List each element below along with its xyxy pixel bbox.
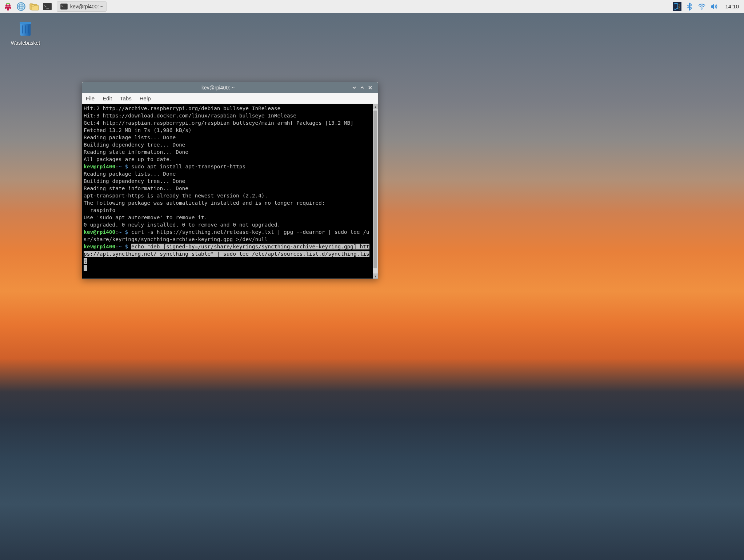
term-line: Building dependency tree... Done [84, 178, 185, 184]
volume-icon[interactable] [710, 2, 719, 11]
prompt-user: kev@rpi400 [84, 164, 115, 169]
term-line: Use 'sudo apt autoremove' to remove it. [84, 215, 207, 220]
menu-edit[interactable]: Edit [103, 95, 112, 101]
menu-file[interactable]: File [86, 95, 95, 101]
term-line: apt-transport-https is already the newes… [84, 193, 268, 199]
minimize-button[interactable] [350, 84, 358, 92]
prompt-path: ~ [119, 164, 122, 169]
scroll-up-icon[interactable]: ▴ [373, 104, 378, 109]
taskbar: >_ >_ kev@rpi400: ~ V N C [0, 0, 744, 13]
svg-text:C: C [679, 8, 680, 10]
close-button[interactable] [366, 84, 374, 92]
system-tray: V N C 14:10 [673, 2, 742, 11]
term-line: Reading package lists... Done [84, 171, 176, 177]
svg-point-0 [5, 4, 8, 7]
term-line: Hit:2 http://archive.raspberrypi.org/deb… [84, 105, 280, 111]
titlebar[interactable]: kev@rpi400: ~ [82, 82, 378, 93]
term-line: Reading package lists... Done [84, 135, 176, 140]
svg-text:>_: >_ [61, 4, 65, 8]
svg-rect-14 [31, 5, 34, 6]
menu-tabs[interactable]: Tabs [120, 95, 132, 101]
prompt-path: ~ [119, 244, 122, 249]
term-line: Get:4 http://raspbian.raspberrypi.org/ra… [84, 120, 353, 126]
term-command: sudo apt install apt-transport-https [128, 164, 245, 169]
taskbar-left: >_ >_ kev@rpi400: ~ [2, 1, 107, 12]
scroll-down-icon[interactable]: ▾ [373, 273, 378, 279]
clock[interactable]: 14:10 [722, 3, 742, 9]
wastebasket-label: Wastebasket [11, 40, 40, 46]
svg-point-4 [9, 7, 11, 9]
browser-icon[interactable] [15, 1, 27, 12]
prompt-user: kev@rpi400 [84, 244, 115, 249]
scroll-thumb[interactable] [373, 111, 377, 268]
maximize-button[interactable] [358, 84, 366, 92]
term-line: The following package was automatically … [84, 200, 325, 206]
term-line: Hit:3 https://download.docker.com/linux/… [84, 113, 296, 119]
taskbar-task-button[interactable]: >_ kev@rpi400: ~ [57, 1, 107, 12]
wastebasket-desktop-icon[interactable]: Wastebasket [7, 18, 44, 46]
svg-point-1 [8, 4, 11, 7]
svg-point-5 [7, 8, 9, 11]
trash-icon [15, 18, 36, 39]
term-line: Reading state information... Done [84, 185, 188, 191]
scrollbar[interactable]: ▴ ▾ [373, 104, 378, 279]
prompt-sep: : [115, 244, 119, 249]
menubar: File Edit Tabs Help [82, 93, 378, 104]
bluetooth-icon[interactable] [685, 2, 694, 11]
file-manager-icon[interactable] [28, 1, 40, 12]
window-title: kev@rpi400: ~ [86, 85, 350, 91]
raspberry-menu-icon[interactable] [2, 1, 14, 12]
term-line: 0 upgraded, 0 newly installed, 0 to remo… [84, 222, 280, 228]
terminal-content[interactable]: Hit:2 http://archive.raspberrypi.org/deb… [82, 104, 373, 279]
term-line: Fetched 13.2 MB in 7s (1,986 kB/s) [84, 127, 192, 133]
terminal-icon: >_ [60, 3, 68, 10]
vnc-icon[interactable]: V N C [673, 2, 681, 11]
task-button-label: kev@rpi400: ~ [70, 4, 103, 9]
terminal-body: Hit:2 http://archive.raspberrypi.org/deb… [82, 104, 378, 279]
svg-text:>_: >_ [44, 4, 49, 9]
prompt-path: ~ [119, 229, 122, 235]
term-line: Building dependency tree... Done [84, 142, 185, 148]
menu-help[interactable]: Help [140, 95, 151, 101]
terminal-launcher-icon[interactable]: >_ [41, 1, 53, 12]
term-line: raspinfo [84, 207, 115, 213]
prompt-user: kev@rpi400 [84, 229, 115, 235]
prompt-sep: : [115, 229, 119, 235]
terminal-window: kev@rpi400: ~ File Edit Tabs Help Hit:2 … [82, 82, 378, 279]
svg-point-2 [5, 7, 7, 9]
term-line: Reading state information... Done [84, 149, 188, 155]
prompt-dollar: $ [125, 229, 128, 235]
term-line: All packages are up to date. [84, 156, 172, 162]
cursor [84, 265, 87, 271]
svg-point-23 [701, 8, 703, 9]
prompt-sep: : [115, 164, 119, 169]
prompt-dollar: $ [125, 164, 128, 169]
wifi-icon[interactable] [697, 2, 706, 11]
svg-rect-26 [20, 22, 31, 24]
prompt-dollar: $ [125, 244, 128, 249]
